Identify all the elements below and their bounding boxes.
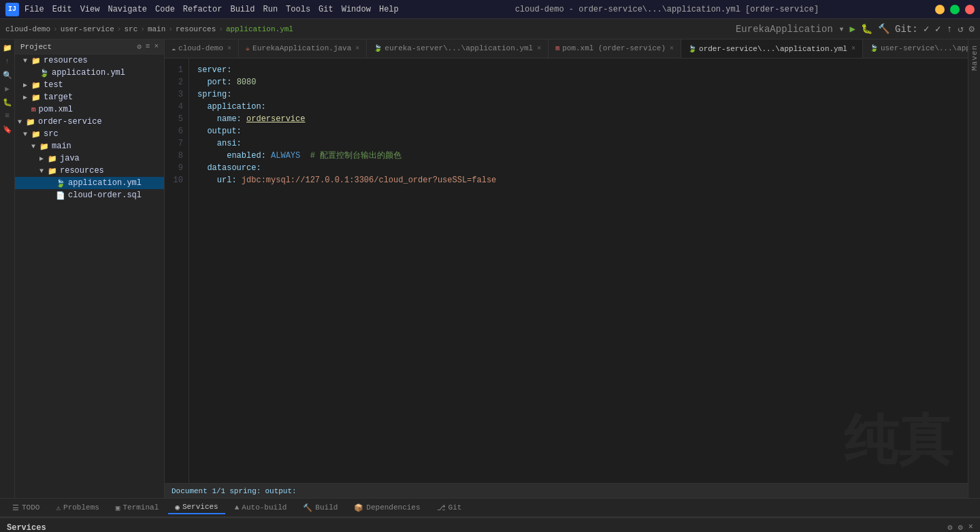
debug-side-icon[interactable]: 🐛 bbox=[2, 97, 13, 107]
git-status: Git: ✓ ✓ ↑ bbox=[895, 23, 952, 35]
tab-todo[interactable]: ☰ TODO bbox=[5, 502, 46, 514]
menu-run[interactable]: Run bbox=[263, 5, 278, 14]
services-settings-icon[interactable]: ⚙ bbox=[947, 522, 952, 532]
tree-resources-folder[interactable]: ▼📁resources bbox=[15, 54, 164, 67]
menu-git[interactable]: Git bbox=[318, 5, 333, 14]
tab-auto-build[interactable]: ▲ Auto-build bbox=[228, 502, 294, 513]
structure-icon[interactable]: ≡ bbox=[2, 110, 13, 121]
tab-git[interactable]: ⎇ Git bbox=[430, 502, 469, 514]
settings-button[interactable]: ⚙ bbox=[969, 23, 975, 35]
project-toolbar[interactable]: ⚙ ≡ × bbox=[137, 42, 159, 51]
window-controls[interactable] bbox=[935, 5, 975, 14]
bottom-tabs: ☰ TODO ⚠ Problems ▣ Terminal ◉ Services … bbox=[0, 498, 980, 517]
maven-panel[interactable]: Maven bbox=[968, 39, 980, 498]
breadcrumb-src[interactable]: src bbox=[124, 25, 137, 33]
tree-main[interactable]: ▼📁main bbox=[15, 140, 164, 152]
menu-bar[interactable]: File Edit View Navigate Code Refactor Bu… bbox=[24, 5, 399, 14]
run-icon[interactable]: ▶ bbox=[2, 83, 13, 94]
menu-build[interactable]: Build bbox=[230, 5, 255, 14]
tree-resources-order[interactable]: ▼📁resources bbox=[15, 165, 164, 177]
tab-cloud-demo[interactable]: ☁ cloud-demo × bbox=[165, 39, 239, 58]
bookmark-icon[interactable]: 🔖 bbox=[2, 124, 13, 135]
refresh-button[interactable]: ↺ bbox=[958, 23, 963, 35]
menu-file[interactable]: File bbox=[24, 5, 44, 14]
tab-pom-close[interactable]: × bbox=[670, 45, 674, 52]
menu-code[interactable]: Code bbox=[155, 5, 175, 14]
auto-build-icon: ▲ bbox=[235, 503, 240, 512]
project-tool-2[interactable]: ≡ bbox=[146, 42, 150, 51]
tree-target-folder[interactable]: ▶📁target bbox=[15, 91, 164, 103]
run-config-dropdown[interactable]: EurekaApplication ▾ bbox=[736, 23, 845, 35]
project-title: Project bbox=[20, 43, 52, 51]
tab-dependencies[interactable]: 📦 Dependencies bbox=[347, 502, 427, 514]
tree-cloud-order-sql[interactable]: 📄cloud-order.sql bbox=[15, 189, 164, 201]
breadcrumb-output[interactable]: output: bbox=[265, 487, 296, 495]
tab-user-yml[interactable]: 🍃 user-service\...\application.yml × bbox=[863, 39, 968, 58]
services-header-icons[interactable]: ⚙ ⚙ × bbox=[947, 522, 973, 532]
run-button[interactable]: ▶ bbox=[850, 23, 855, 35]
main-layout: 📁 ↑ 🔍 ▶ 🐛 ≡ 🔖 Project ⚙ ≡ × ▼📁resources … bbox=[0, 39, 980, 498]
menu-navigate[interactable]: Navigate bbox=[108, 5, 147, 14]
tab-order-yml-close[interactable]: × bbox=[851, 45, 855, 52]
services-config-icon[interactable]: ⚙ bbox=[958, 522, 963, 532]
project-tree: ▼📁resources 🍃application.yml ▶📁test ▶📁ta… bbox=[15, 54, 164, 498]
tab-order-yml[interactable]: 🍃 order-service\...\application.yml × bbox=[681, 39, 863, 58]
tree-pom-xml[interactable]: m pom.xml bbox=[15, 103, 164, 116]
editor-content[interactable]: 12345678910 server: port: 8080 spring: a… bbox=[165, 59, 968, 483]
tree-order-service[interactable]: ▼📁order-service bbox=[15, 116, 164, 128]
services-close-icon[interactable]: × bbox=[968, 522, 973, 532]
menu-tools[interactable]: Tools bbox=[286, 5, 310, 14]
tab-eureka-close[interactable]: × bbox=[355, 45, 359, 52]
menu-window[interactable]: Window bbox=[342, 5, 371, 14]
tree-application-yml[interactable]: 🍃application.yml bbox=[15, 67, 164, 79]
minimize-button[interactable] bbox=[935, 5, 945, 14]
code-line-6: output: bbox=[197, 125, 960, 137]
breadcrumb-resources[interactable]: resources bbox=[176, 25, 216, 33]
tree-java[interactable]: ▶📁java bbox=[15, 152, 164, 165]
tab-terminal[interactable]: ▣ Terminal bbox=[109, 502, 165, 514]
tab-problems[interactable]: ⚠ Problems bbox=[49, 502, 105, 514]
services-panel: Services ⚙ ⚙ × ▶ ≡ ⊞ ⊟ ⊕ ☁ + ▼ 📁 Applica… bbox=[0, 517, 980, 532]
tab-cloud-demo-close[interactable]: × bbox=[227, 45, 231, 52]
menu-refactor[interactable]: Refactor bbox=[183, 5, 223, 14]
close-button[interactable] bbox=[965, 5, 975, 14]
tab-eureka-yml-icon: 🍃 bbox=[374, 44, 382, 52]
breadcrumb-doc: Document 1/1 bbox=[172, 487, 225, 495]
project-tool-1[interactable]: ⚙ bbox=[137, 42, 142, 51]
project-tool-3[interactable]: × bbox=[154, 42, 159, 51]
services-title: Services bbox=[7, 523, 46, 533]
breadcrumb-spring[interactable]: spring: bbox=[229, 487, 261, 495]
project-header: Project ⚙ ≡ × bbox=[15, 39, 164, 54]
tab-build[interactable]: 🔨 Build bbox=[296, 502, 344, 514]
tab-eureka-yml[interactable]: 🍃 eureka-server\...\application.yml × bbox=[367, 39, 549, 58]
breadcrumb-main[interactable]: main bbox=[148, 25, 165, 33]
menu-help[interactable]: Help bbox=[379, 5, 399, 14]
code-line-5: name: orderservice bbox=[197, 113, 960, 125]
tab-eureka-yml-close[interactable]: × bbox=[537, 45, 541, 52]
maven-label[interactable]: Maven bbox=[970, 45, 979, 71]
breadcrumb-project[interactable]: cloud-demo bbox=[5, 25, 50, 33]
commit-icon[interactable]: ↑ bbox=[2, 56, 13, 67]
toolbar: cloud-demo › user-service › src › main ›… bbox=[0, 19, 980, 39]
breadcrumb-module[interactable]: user-service bbox=[61, 25, 114, 33]
menu-view[interactable]: View bbox=[80, 5, 100, 14]
toolbar-icons[interactable]: EurekaApplication ▾ ▶ 🐛 🔨 Git: ✓ ✓ ↑ ↺ ⚙ bbox=[736, 23, 975, 35]
build-button[interactable]: 🔨 bbox=[878, 23, 889, 35]
project-icon[interactable]: 📁 bbox=[2, 42, 13, 53]
project-panel: Project ⚙ ≡ × ▼📁resources 🍃application.y… bbox=[15, 39, 165, 498]
code-editor[interactable]: server: port: 8080 spring: application: … bbox=[189, 59, 968, 483]
title-bar: IJ File Edit View Navigate Code Refactor… bbox=[0, 0, 980, 19]
tab-services[interactable]: ◉ Services bbox=[168, 501, 225, 514]
tree-application-yml-order[interactable]: 🍃application.yml bbox=[15, 177, 164, 189]
tab-eureka-app[interactable]: ☕ EurekaApplication.java × bbox=[239, 39, 367, 58]
breadcrumb-file[interactable]: application.yml bbox=[226, 25, 293, 33]
tree-test-folder[interactable]: ▶📁test bbox=[15, 79, 164, 91]
tab-pom-icon: m bbox=[555, 45, 559, 52]
debug-button[interactable]: 🐛 bbox=[861, 23, 872, 35]
services-icon: ◉ bbox=[175, 503, 180, 512]
tree-src[interactable]: ▼📁src bbox=[15, 128, 164, 140]
menu-edit[interactable]: Edit bbox=[52, 5, 72, 14]
tab-pom[interactable]: m pom.xml (order-service) × bbox=[549, 39, 681, 58]
find-icon[interactable]: 🔍 bbox=[2, 69, 13, 80]
maximize-button[interactable] bbox=[950, 5, 960, 14]
